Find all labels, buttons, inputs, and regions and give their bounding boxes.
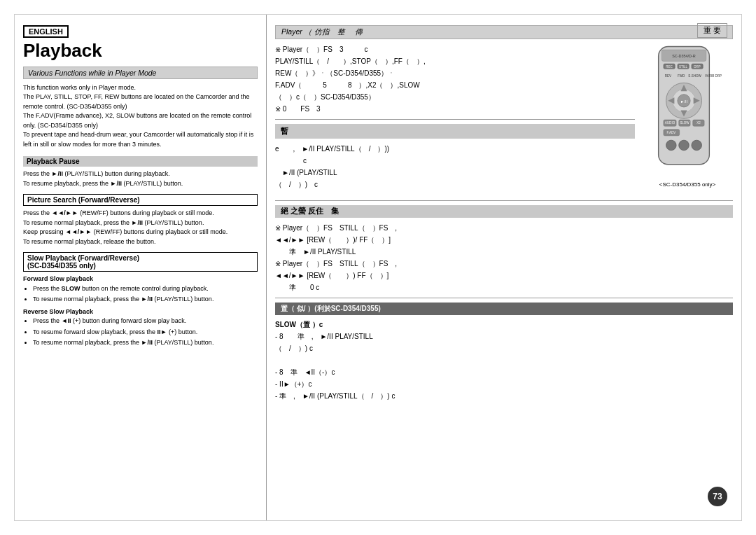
- right-slow-section: 置（ 似/ ）(利於SC-D354/D355) SLOW（置 ）c - 8 準 …: [275, 303, 733, 402]
- remote-control-image: SC-D354/D-R REC STILL DRP REV FWD S.SHOW…: [642, 43, 733, 196]
- intro-text: This function works only in Player mode.…: [23, 83, 258, 150]
- svg-point-29: [666, 140, 677, 151]
- svg-text:REV: REV: [665, 74, 671, 78]
- right-search-section: 絕 之螢 反住 集 ※ Player（ ）FS STILL（ ）FS , ◄◄/…: [275, 205, 733, 293]
- slow-section-header: 置（ 似/ ）(利於SC-D354/D355): [275, 303, 733, 315]
- page-number: 73: [708, 487, 727, 506]
- svg-text:AUDIO: AUDIO: [665, 121, 676, 125]
- divider-3: [275, 298, 733, 298]
- svg-text:VARIB DRP: VARIB DRP: [705, 74, 722, 78]
- playback-pause-title: Playback Pause: [23, 156, 258, 167]
- slow-playback-text: Forward Slow playback Press the SLOW but…: [23, 275, 258, 348]
- svg-text:F.ADV: F.ADV: [666, 131, 676, 134]
- page-container: ENGLISH Playback Various Functions while…: [0, 0, 756, 535]
- main-layout: ENGLISH Playback Various Functions while…: [14, 14, 742, 521]
- picture-search-title: Picture Search (Forward/Reverse): [23, 194, 258, 206]
- section-header: Various Functions while in Player Mode: [23, 67, 258, 79]
- svg-text:REC: REC: [666, 65, 673, 69]
- player-section-header: Player （ 仿指 整 傳: [275, 25, 733, 39]
- right-search-header: 絕 之螢 反住 集: [275, 205, 733, 218]
- page-title: Playback: [23, 41, 258, 61]
- slow-playback-title: Slow Playback (Forward/Reverse) (SC-D354…: [23, 252, 258, 272]
- svg-text:SC-D354/D-R: SC-D354/D-R: [672, 54, 696, 58]
- svg-text:►/II: ►/II: [680, 99, 687, 104]
- svg-text:FWD: FWD: [678, 74, 685, 78]
- playback-pause-text: Press the ►/II (PLAY/STILL) button durin…: [23, 169, 258, 188]
- picture-search-text: Press the ◄◄/►► (REW/FF) buttons during …: [23, 209, 258, 246]
- svg-text:X2: X2: [696, 121, 701, 125]
- divider-2: [275, 200, 733, 201]
- remote-svg: SC-D354/D-R REC STILL DRP REV FWD S.SHOW…: [642, 43, 726, 183]
- right-chinese-intro: ※ Player（ ）FS 3 c PLAY/STILL（ / ）,STOP（ …: [275, 43, 635, 196]
- chinese-top-label: 重 要: [697, 23, 727, 38]
- svg-point-30: [679, 140, 690, 151]
- right-panel: 重 要 Player （ 仿指 整 傳 ※ Player（ ）FS 3 c PL…: [267, 15, 741, 520]
- right-pause-section: 暫 e , ►/II PLAY/STILL（ / ）)) c ►/II (PLA…: [275, 124, 635, 190]
- svg-point-31: [692, 140, 702, 151]
- language-badge: ENGLISH: [23, 25, 69, 38]
- right-content-top: ※ Player（ ）FS 3 c PLAY/STILL（ / ）,STOP（ …: [275, 43, 733, 196]
- svg-text:S.SHOW: S.SHOW: [688, 74, 701, 78]
- svg-text:STILL: STILL: [679, 65, 688, 69]
- svg-text:SLOW: SLOW: [680, 121, 690, 125]
- left-panel: ENGLISH Playback Various Functions while…: [15, 15, 267, 520]
- svg-text:DRP: DRP: [694, 65, 701, 69]
- right-pause-header: 暫: [275, 124, 635, 139]
- divider-1: [275, 119, 635, 120]
